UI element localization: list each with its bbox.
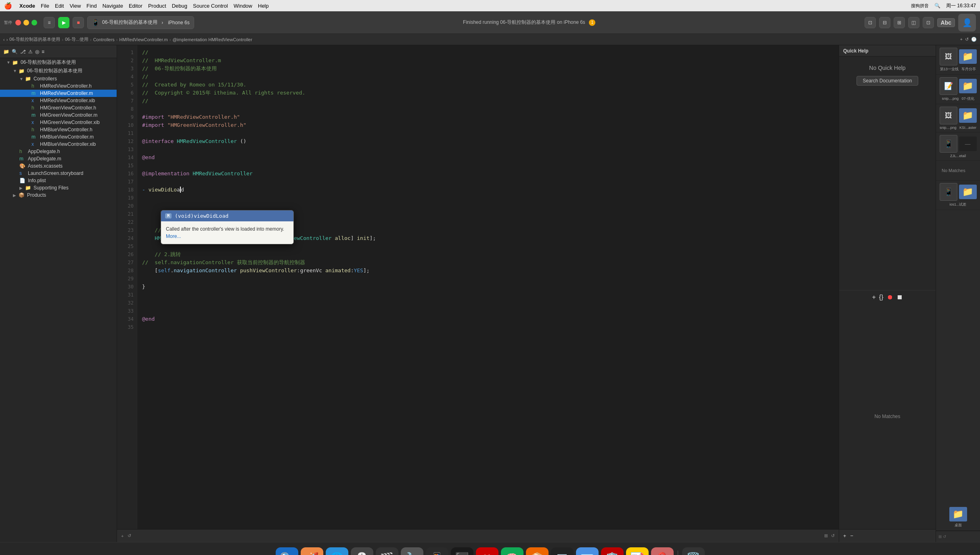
abc-button[interactable]: Abc bbox=[937, 18, 955, 27]
dock-notes[interactable]: 📝 bbox=[626, 547, 649, 555]
autocomplete-popup[interactable]: M (void)viewDidLoad Called after the con… bbox=[161, 210, 294, 244]
sidebar-item-file-hmblue-m[interactable]: m HMBlueViewController.m bbox=[0, 133, 117, 141]
sidebar-item-root-project[interactable]: ▼ 📁 06-导航控制器的基本使用 bbox=[0, 58, 117, 67]
dock-safari[interactable]: 🌐 bbox=[326, 547, 348, 555]
clock-icon[interactable]: 🕐 bbox=[971, 37, 977, 42]
thumbnail-item-5[interactable]: 📱 📁 ios1...试差 bbox=[936, 181, 980, 210]
search-icon[interactable]: 🔍 bbox=[12, 49, 18, 55]
sidebar-item-file-hmred-h[interactable]: h HMRedViewController.h bbox=[0, 82, 117, 90]
dock-terminal2[interactable]: 💻 bbox=[551, 547, 574, 555]
git-icon[interactable]: ⎇ bbox=[20, 49, 26, 55]
menu-product[interactable]: Product bbox=[148, 3, 166, 9]
navigator-toggle[interactable]: ⊡ bbox=[865, 17, 876, 28]
editor-nav-icon[interactable]: ↺ bbox=[128, 533, 131, 538]
nav-forward[interactable]: › bbox=[6, 37, 8, 42]
menu-help[interactable]: Help bbox=[258, 3, 269, 9]
assistant-toggle[interactable]: ⊞ bbox=[894, 17, 905, 28]
stop-icon[interactable]: ⏹ bbox=[896, 294, 903, 301]
dock-quicktime[interactable]: 🎬 bbox=[376, 547, 398, 555]
sidebar-item-assets[interactable]: 🎨 Assets.xcassets bbox=[0, 162, 117, 170]
dock-mouse[interactable]: 🖱️ bbox=[351, 547, 373, 555]
sidebar-item-file-hmgreen-h[interactable]: h HMGreenViewController.h bbox=[0, 104, 117, 111]
sidebar-item-file-hmgreen-m[interactable]: m HMGreenViewController.m bbox=[0, 111, 117, 119]
code-text[interactable]: // // HMRedViewController.m // 06-导航控制器的… bbox=[137, 45, 839, 529]
sidebar-item-appdelegate-m[interactable]: m AppDelegate.m bbox=[0, 155, 117, 162]
nav-back[interactable]: ‹ bbox=[3, 37, 5, 42]
sidebar-item-supporting-files[interactable]: ▶ 📁 Supporting Files bbox=[0, 184, 117, 191]
dock-launchpad[interactable]: 🚀 bbox=[301, 547, 323, 555]
thumbnail-item-desktop[interactable]: 📁 桌面 bbox=[936, 505, 980, 531]
menu-find[interactable]: Find bbox=[86, 3, 96, 9]
braces-icon[interactable]: {} bbox=[879, 294, 884, 301]
sidebar-item-file-hmblue-h[interactable]: h HMBlueViewController.h bbox=[0, 126, 117, 133]
zoom-in-icon[interactable]: + bbox=[843, 533, 846, 539]
maximize-button[interactable] bbox=[31, 20, 37, 25]
add-file-icon[interactable]: + bbox=[872, 294, 875, 301]
menu-source-control[interactable]: Source Control bbox=[193, 3, 228, 9]
dock-tools[interactable]: 🔧 bbox=[401, 547, 423, 555]
sidebar-item-file-hmred-m[interactable]: m HMRedViewController.m bbox=[0, 90, 117, 97]
search-documentation-button[interactable]: Search Documentation bbox=[856, 76, 918, 86]
sidebar-item-file-hmgreen-xib[interactable]: x HMGreenViewController.xib bbox=[0, 119, 117, 126]
dock-red-x[interactable]: ✖ bbox=[476, 547, 498, 555]
sidebar-item-products[interactable]: ▶ 📦 Products bbox=[0, 191, 117, 199]
dock-security[interactable]: 🛡️ bbox=[601, 547, 624, 555]
thumbnail-item-4[interactable]: 📱 — ZJL...etail bbox=[936, 132, 980, 161]
menu-xcode[interactable]: Xcode bbox=[19, 3, 35, 9]
breadcrumb-item-2[interactable]: 06-导...使用 bbox=[65, 36, 88, 42]
add-file-icon[interactable]: + bbox=[960, 37, 963, 42]
zoom-out-icon[interactable]: − bbox=[850, 533, 854, 539]
menu-editor[interactable]: Editor bbox=[129, 3, 142, 9]
menu-file[interactable]: File bbox=[41, 3, 49, 9]
menu-navigate[interactable]: Navigate bbox=[103, 3, 123, 9]
search-icon[interactable]: 🔍 bbox=[934, 3, 940, 8]
issue-icon[interactable]: ⚠ bbox=[28, 49, 33, 55]
dock-trash[interactable]: 🗑️ bbox=[682, 547, 705, 555]
record-icon[interactable]: ⏺ bbox=[887, 294, 893, 301]
dock-terminal[interactable]: ⬛ bbox=[451, 547, 473, 555]
inspector-toggle[interactable]: ⊡ bbox=[923, 17, 934, 28]
dock-help[interactable]: ❓ bbox=[651, 547, 674, 555]
user-avatar[interactable]: 👤 bbox=[958, 14, 976, 32]
sidebar-toggle-button[interactable]: ≡ bbox=[44, 17, 55, 28]
minimize-button[interactable] bbox=[23, 20, 29, 25]
autocomplete-more-link[interactable]: More... bbox=[166, 233, 181, 239]
close-button[interactable] bbox=[15, 20, 21, 25]
thumbnail-item-3[interactable]: 🖼 📁 snip....png KSI...aster bbox=[936, 104, 980, 132]
code-editor[interactable]: 12345 678910 1112131415 1617181920 21222… bbox=[117, 45, 839, 542]
code-view[interactable]: 12345 678910 1112131415 1617181920 21222… bbox=[117, 45, 839, 529]
split-view-toggle[interactable]: ◫ bbox=[908, 17, 919, 28]
breadcrumb-item-3[interactable]: Controllers bbox=[93, 37, 115, 42]
dock-ios-sim[interactable]: 📱 bbox=[426, 547, 448, 555]
breadcrumb-item-5[interactable]: @implementation HMRedViewController bbox=[172, 37, 252, 42]
menu-edit[interactable]: Edit bbox=[55, 3, 64, 9]
dock-pp[interactable]: 📦 bbox=[526, 547, 549, 555]
scheme-selector[interactable]: 📱 06-导航控制器的基本使用 › iPhone 6s bbox=[87, 16, 194, 29]
keyboard-layout[interactable]: 搜狗拼音 bbox=[911, 3, 929, 9]
menu-window[interactable]: Window bbox=[234, 3, 252, 9]
sidebar-item-file-hmred-xib[interactable]: x HMRedViewController.xib bbox=[0, 97, 117, 104]
breadcrumb-item-4[interactable]: HMRedViewController.m bbox=[119, 37, 168, 42]
clock-icon[interactable]: ↺ bbox=[831, 533, 835, 538]
add-editor-icon[interactable]: + bbox=[121, 534, 124, 538]
run-button[interactable]: ▶ bbox=[58, 17, 69, 28]
sidebar-item-controllers[interactable]: ▼ 📁 Controllers bbox=[0, 75, 117, 82]
report-icon[interactable]: ≡ bbox=[42, 49, 44, 55]
thumbnail-item-2[interactable]: 📝 📁 snip....png 07-优化 bbox=[936, 75, 980, 104]
dock-mindnode[interactable]: 🧠 bbox=[501, 547, 524, 555]
debug-toggle[interactable]: ⊟ bbox=[879, 17, 890, 28]
dock-mail[interactable]: 📧 bbox=[576, 547, 599, 555]
stop-button[interactable]: ■ bbox=[73, 17, 84, 28]
apple-menu[interactable]: 🍎 bbox=[4, 2, 12, 10]
breadcrumb-item-1[interactable]: 06-导航控制器的基本使用 bbox=[9, 36, 60, 42]
dock-finder[interactable]: 🔍 bbox=[276, 547, 298, 555]
sidebar-item-launchscreen[interactable]: s LaunchScreen.storyboard bbox=[0, 170, 117, 177]
autocomplete-item[interactable]: M (void)viewDidLoad bbox=[161, 210, 293, 221]
sidebar-item-project[interactable]: ▼ 📁 06-导航控制器的基本使用 bbox=[0, 67, 117, 75]
thumbnail-item-1[interactable]: 🖼 📁 第13一业线 车丹分亭 bbox=[936, 45, 980, 75]
menu-debug[interactable]: Debug bbox=[172, 3, 187, 9]
menu-view[interactable]: View bbox=[69, 3, 81, 9]
sidebar-item-appdelegate-h[interactable]: h AppDelegate.h bbox=[0, 148, 117, 155]
sidebar-item-infoplist[interactable]: 📄 Info.plist bbox=[0, 177, 117, 184]
test-icon[interactable]: ◎ bbox=[35, 49, 39, 55]
